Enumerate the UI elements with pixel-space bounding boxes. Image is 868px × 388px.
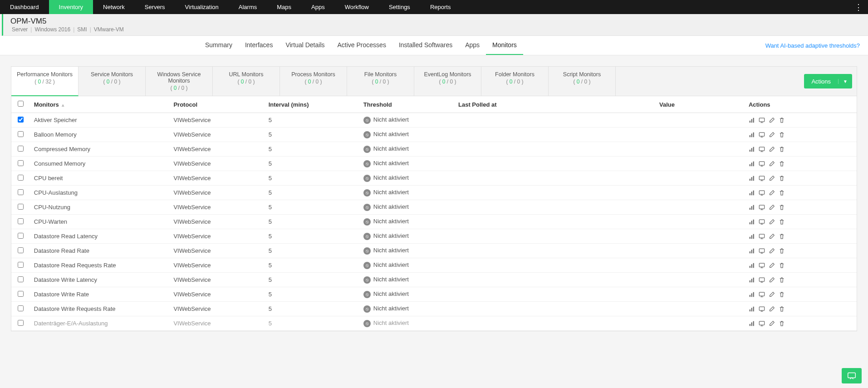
montab-service-monitors[interactable]: Service Monitors( 0 / 0 ) [78,67,146,96]
edit-icon[interactable] [769,248,775,254]
row-checkbox[interactable] [18,291,24,297]
chart-icon[interactable] [749,190,755,196]
montab-process-monitors[interactable]: Process Monitors( 0 / 0 ) [280,67,347,96]
monitor-icon[interactable] [759,117,765,123]
delete-icon[interactable] [779,132,785,138]
edit-icon[interactable] [769,277,775,283]
edit-icon[interactable] [769,146,775,152]
row-checkbox[interactable] [18,175,24,181]
delete-icon[interactable] [779,291,785,298]
delete-icon[interactable] [779,161,785,167]
tab-installed-softwares[interactable]: Installed Softwares [392,36,459,55]
nav-alarms[interactable]: Alarms [229,0,267,14]
nav-network[interactable]: Network [93,0,135,14]
monitor-icon[interactable] [759,306,765,312]
chart-icon[interactable] [749,146,755,152]
monitor-icon[interactable] [759,219,765,225]
montab-url-monitors[interactable]: URL Monitors( 0 / 0 ) [213,67,280,96]
edit-icon[interactable] [769,219,775,225]
monitor-icon[interactable] [759,132,765,138]
edit-icon[interactable] [769,233,775,240]
nav-servers[interactable]: Servers [135,0,175,14]
delete-icon[interactable] [779,117,785,123]
delete-icon[interactable] [779,320,785,327]
row-checkbox[interactable] [18,218,24,224]
montab-file-monitors[interactable]: File Monitors( 0 / 0 ) [347,67,414,96]
row-checkbox[interactable] [18,204,24,210]
delete-icon[interactable] [779,277,785,283]
monitor-icon[interactable] [759,190,765,196]
chart-icon[interactable] [749,204,755,211]
chart-icon[interactable] [749,219,755,225]
chart-icon[interactable] [749,306,755,312]
montab-folder-monitors[interactable]: Folder Monitors( 0 / 0 ) [481,67,549,96]
nav-reports[interactable]: Reports [420,0,461,14]
delete-icon[interactable] [779,262,785,269]
tab-summary[interactable]: Summary [199,36,239,55]
edit-icon[interactable] [769,204,775,211]
nav-settings[interactable]: Settings [379,0,420,14]
chart-icon[interactable] [749,117,755,123]
montab-eventlog-monitors[interactable]: EventLog Monitors( 0 / 0 ) [414,67,481,96]
edit-icon[interactable] [769,291,775,298]
row-checkbox[interactable] [18,247,24,253]
edit-icon[interactable] [769,132,775,138]
delete-icon[interactable] [779,248,785,254]
chart-icon[interactable] [749,161,755,167]
chart-icon[interactable] [749,320,755,327]
edit-icon[interactable] [769,190,775,196]
col-lastpolled[interactable]: Last Polled at [455,96,656,113]
montab-script-monitors[interactable]: Script Monitors( 0 / 0 ) [549,67,616,96]
montab-performance-monitors[interactable]: Performance Monitors( 0 / 32 ) [11,67,78,96]
monitor-icon[interactable] [759,146,765,152]
monitor-icon[interactable] [759,233,765,240]
row-checkbox[interactable] [18,146,24,152]
overflow-menu-icon[interactable]: ⋮ [849,3,868,11]
chart-icon[interactable] [749,262,755,269]
delete-icon[interactable] [779,233,785,240]
col-interval[interactable]: Interval (mins) [265,96,360,113]
nav-apps[interactable]: Apps [301,0,335,14]
chart-icon[interactable] [749,233,755,240]
monitor-icon[interactable] [759,291,765,298]
delete-icon[interactable] [779,146,785,152]
monitor-icon[interactable] [759,262,765,269]
actions-button[interactable]: Actions▼ [804,74,852,88]
edit-icon[interactable] [769,306,775,312]
row-checkbox[interactable] [18,276,24,282]
delete-icon[interactable] [779,219,785,225]
col-protocol[interactable]: Protocol [170,96,265,113]
row-checkbox[interactable] [18,305,24,311]
row-checkbox[interactable] [18,160,24,166]
tab-monitors[interactable]: Monitors [486,36,523,55]
nav-virtualization[interactable]: Virtualization [175,0,229,14]
nav-workflow[interactable]: Workflow [335,0,379,14]
edit-icon[interactable] [769,175,775,182]
tab-virtual-details[interactable]: Virtual Details [279,36,331,55]
monitor-icon[interactable] [759,320,765,327]
nav-dashboard[interactable]: Dashboard [0,0,49,14]
edit-icon[interactable] [769,161,775,167]
monitor-icon[interactable] [759,277,765,283]
monitor-icon[interactable] [759,248,765,254]
row-checkbox[interactable] [18,233,24,239]
nav-maps[interactable]: Maps [267,0,301,14]
select-all-checkbox[interactable] [18,101,24,107]
row-checkbox[interactable] [18,320,24,326]
delete-icon[interactable] [779,204,785,211]
row-checkbox[interactable] [18,262,24,268]
nav-inventory[interactable]: Inventory [49,0,93,14]
row-checkbox[interactable] [18,189,24,195]
monitor-icon[interactable] [759,204,765,211]
monitor-icon[interactable] [759,161,765,167]
monitor-icon[interactable] [759,175,765,182]
chart-icon[interactable] [749,175,755,182]
chart-icon[interactable] [749,291,755,298]
col-monitors[interactable]: Monitors▲ [30,96,170,113]
delete-icon[interactable] [779,306,785,312]
col-value[interactable]: Value [656,96,745,113]
row-checkbox[interactable] [18,131,24,137]
col-threshold[interactable]: Threshold [360,96,455,113]
row-checkbox[interactable] [18,117,24,123]
ai-thresholds-link[interactable]: Want AI-based adaptive thresholds? [765,42,860,49]
